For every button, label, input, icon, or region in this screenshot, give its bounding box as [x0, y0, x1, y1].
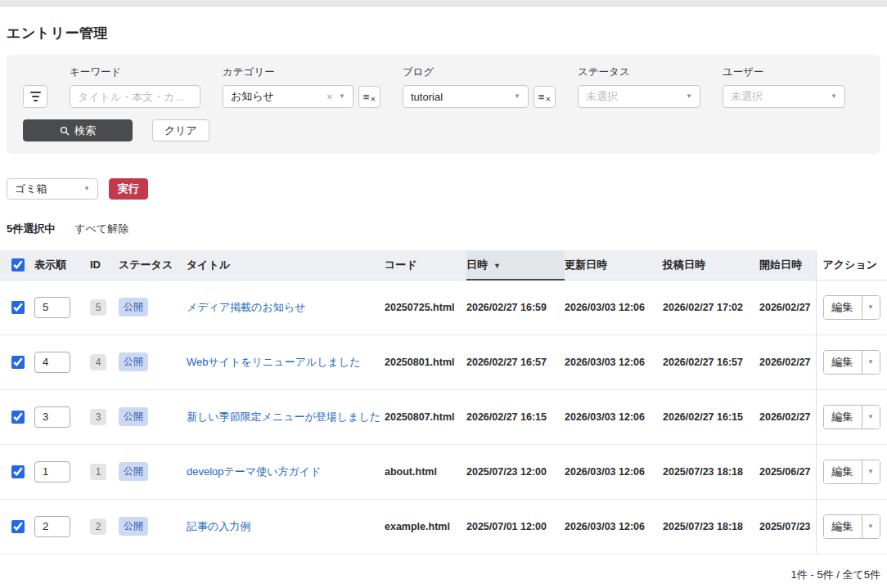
entries-table: 表示順 ID ステータス タイトル コード 日時▼ 更新日時 投稿日時 開始日時… [0, 250, 887, 554]
exclude-filter-icon: ≡✕ [538, 92, 551, 102]
entry-code: 20250725.html [385, 280, 466, 334]
filter-lines-icon [30, 92, 41, 101]
chevron-down-icon: ▼ [83, 186, 90, 192]
clear-button[interactable]: クリア [152, 119, 209, 141]
edit-button[interactable]: 編集 [824, 460, 862, 483]
entry-title-link[interactable]: developテーマ使い方ガイド [187, 465, 321, 478]
execute-button[interactable]: 実行 [109, 178, 148, 200]
entry-start: 2025/07/23 [759, 499, 816, 554]
entry-start: 2025/06/27 [759, 444, 816, 499]
entry-posted: 2025/07/23 18:18 [663, 499, 759, 554]
col-header-posted[interactable]: 投稿日時 [663, 250, 759, 280]
bulk-action-bar: ゴミ箱 ▼ 実行 [7, 178, 880, 200]
entry-datetime: 2026/02/27 16:57 [466, 334, 565, 389]
chevron-down-icon: ▼ [339, 93, 345, 100]
entry-updated: 2026/03/03 12:06 [565, 389, 663, 444]
selected-count: 5件選択中 [7, 222, 55, 236]
status-label: ステータス [578, 65, 700, 79]
col-header-datetime[interactable]: 日時▼ [466, 250, 565, 280]
edit-button[interactable]: 編集 [824, 351, 862, 374]
row-checkbox[interactable] [11, 411, 25, 424]
search-icon [60, 126, 70, 136]
table-row: 3 公開 新しい季節限定メニューが登場しました 20250807.html 20… [0, 389, 887, 444]
row-checkbox[interactable] [11, 301, 25, 314]
entry-code: example.html [385, 499, 466, 554]
blog-select[interactable]: tutorial ▼ [403, 85, 529, 108]
col-header-code[interactable]: コード [385, 250, 466, 280]
entry-updated: 2026/03/03 12:06 [565, 444, 663, 499]
status-badge: 公開 [119, 462, 148, 481]
order-input[interactable] [34, 406, 70, 428]
entry-updated: 2026/03/03 12:06 [565, 499, 663, 554]
entry-datetime: 2026/02/27 16:59 [466, 280, 565, 334]
edit-button[interactable]: 編集 [824, 296, 862, 319]
edit-dropdown-button[interactable]: ▼ [862, 460, 880, 483]
entry-datetime: 2025/07/23 12:00 [466, 444, 565, 499]
edit-split-button: 編集 ▼ [823, 295, 880, 320]
filter-toggle-button[interactable] [23, 85, 47, 108]
col-header-id[interactable]: ID [90, 250, 119, 280]
entry-datetime: 2025/07/01 12:00 [466, 499, 565, 554]
col-header-start[interactable]: 開始日時 [759, 250, 816, 280]
top-bar [0, 0, 887, 7]
order-input[interactable] [34, 516, 70, 537]
keyword-input[interactable] [70, 85, 200, 108]
deselect-all-link[interactable]: すべて解除 [74, 222, 128, 236]
blog-select-value: tutorial [411, 91, 508, 103]
status-badge: 公開 [119, 517, 148, 536]
edit-dropdown-button[interactable]: ▼ [862, 406, 880, 429]
col-header-status[interactable]: ステータス [119, 250, 187, 280]
clear-selection-icon[interactable]: ✕ [326, 92, 333, 101]
entry-title-link[interactable]: 記事の入力例 [187, 520, 250, 532]
id-badge: 3 [90, 409, 106, 425]
selection-info: 5件選択中 すべて解除 [7, 222, 880, 236]
order-input[interactable] [34, 461, 70, 483]
entry-posted: 2026/02/27 17:02 [663, 280, 759, 334]
edit-split-button: 編集 ▼ [823, 350, 880, 375]
row-checkbox[interactable] [11, 356, 25, 369]
order-input[interactable] [34, 297, 70, 318]
search-button[interactable]: 検索 [23, 119, 133, 141]
edit-dropdown-button[interactable]: ▼ [862, 296, 880, 319]
chevron-down-icon: ▼ [867, 359, 874, 366]
bulk-action-select[interactable]: ゴミ箱 ▼ [7, 178, 98, 200]
entry-code: 20250807.html [385, 389, 466, 444]
user-select[interactable]: 未選択 ▼ [723, 85, 845, 108]
entry-title-link[interactable]: メディア掲載のお知らせ [187, 301, 305, 313]
entry-title-link[interactable]: 新しい季節限定メニューが登場しました [187, 411, 380, 423]
edit-dropdown-button[interactable]: ▼ [862, 351, 880, 374]
select-all-checkbox[interactable] [11, 258, 25, 272]
col-header-action: アクション [816, 250, 887, 280]
chevron-down-icon: ▼ [867, 414, 874, 420]
order-input[interactable] [34, 352, 70, 373]
entry-datetime: 2026/02/27 16:15 [466, 389, 565, 444]
id-badge: 5 [90, 299, 106, 316]
user-label: ユーザー [723, 65, 845, 79]
col-header-order[interactable]: 表示順 [34, 250, 90, 280]
row-checkbox[interactable] [11, 520, 25, 533]
edit-button[interactable]: 編集 [824, 515, 862, 538]
id-badge: 4 [90, 354, 106, 370]
sort-desc-icon: ▼ [493, 262, 501, 270]
edit-button[interactable]: 編集 [824, 406, 862, 429]
edit-dropdown-button[interactable]: ▼ [862, 515, 880, 538]
pagination-status: 1件 - 5件 / 全て5件 [0, 568, 880, 582]
user-select-value: 未選択 [731, 89, 825, 104]
id-badge: 2 [90, 518, 106, 535]
status-select[interactable]: 未選択 ▼ [578, 85, 700, 108]
blog-exclude-button[interactable]: ≡✕ [534, 86, 556, 108]
search-button-label: 検索 [74, 123, 96, 138]
edit-split-button: 編集 ▼ [823, 514, 880, 539]
exclude-filter-icon: ≡✕ [363, 92, 376, 102]
category-select-value: お知らせ [231, 89, 321, 104]
entry-title-link[interactable]: Webサイトをリニューアルしました [187, 356, 360, 368]
row-checkbox[interactable] [11, 465, 25, 478]
category-select[interactable]: お知らせ ✕ ▼ [223, 85, 353, 108]
chevron-down-icon: ▼ [867, 469, 874, 475]
col-header-title[interactable]: タイトル [187, 250, 385, 280]
category-exclude-button[interactable]: ≡✕ [358, 86, 380, 108]
filter-panel: キーワード カテゴリー お知らせ ✕ ▼ ≡✕ [7, 55, 880, 154]
chevron-down-icon: ▼ [831, 93, 837, 100]
table-row: 5 公開 メディア掲載のお知らせ 20250725.html 2026/02/2… [0, 280, 887, 334]
col-header-updated[interactable]: 更新日時 [565, 250, 663, 280]
